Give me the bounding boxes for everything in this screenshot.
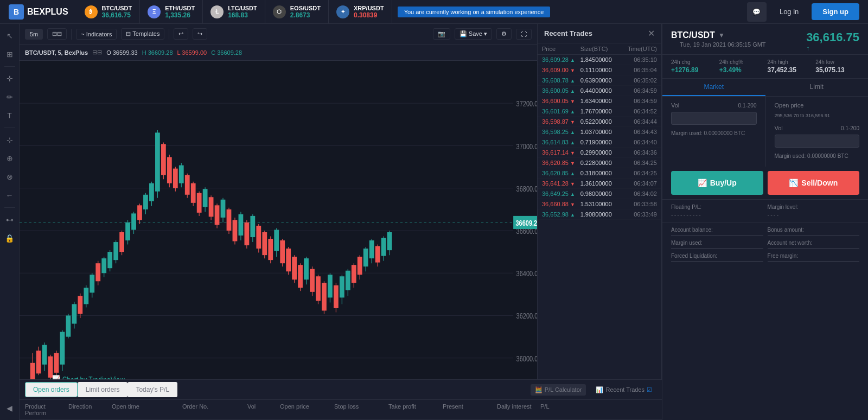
buy-button[interactable]: 📈 Buy/Up	[671, 171, 763, 195]
timeframe-5m-btn[interactable]: 5m	[25, 29, 43, 40]
limit-form: Open price 295,536.70 to 316,596.91 Vol …	[765, 97, 869, 167]
indicators-btn[interactable]: ~ Indicators	[76, 29, 117, 40]
trade-price: 36,620.85 ▼	[542, 160, 580, 166]
pair-dropdown-icon[interactable]: ▼	[718, 31, 725, 39]
settings-btn[interactable]: ⚙	[496, 28, 512, 40]
svg-text:36200.00: 36200.00	[516, 311, 537, 321]
svg-rect-133	[369, 240, 374, 258]
svg-rect-123	[340, 276, 344, 297]
tab-open-orders[interactable]: Open orders	[25, 382, 78, 397]
camera-btn[interactable]: 📷	[433, 28, 450, 40]
tab-market[interactable]: Market	[662, 79, 765, 96]
calculator-button[interactable]: 🧮 P/L Calculator	[531, 384, 586, 396]
open-price-label: Open price	[775, 102, 804, 109]
col-time: Time(UTC)	[618, 46, 657, 52]
stat-low: 24h low 35,075.13	[815, 59, 859, 74]
ticker-xrp[interactable]: ✦ XRP/USDT 0.30839	[329, 0, 392, 24]
ruler-tool[interactable]: ⊷	[2, 212, 17, 227]
btc-price: 36,616.75	[102, 11, 132, 19]
trades-table-header: Price Size(BTC) Time(UTC)	[538, 43, 661, 55]
action-buttons: 📈 Buy/Up 📉 Sell/Down	[662, 167, 868, 199]
signup-button[interactable]: Sign up	[812, 3, 859, 20]
col-price: Price	[542, 46, 580, 52]
zoom-tool[interactable]: ⊕	[2, 151, 17, 166]
limit-vol-input[interactable]	[775, 135, 860, 148]
fullscreen-btn[interactable]: ⛶	[516, 29, 532, 40]
collapse-btn[interactable]: ◀	[2, 400, 17, 416]
trade-time: 06:34:07	[618, 180, 657, 187]
svg-rect-25	[48, 357, 53, 378]
trade-time: 06:35:04	[618, 67, 657, 73]
margin-level-row: Margin level: ----	[768, 204, 860, 218]
svg-rect-127	[352, 265, 356, 283]
back-tool[interactable]: ←	[2, 188, 17, 203]
redo-btn[interactable]: ↪	[193, 28, 207, 40]
svg-rect-137	[381, 238, 386, 256]
margin-used-val	[671, 247, 763, 249]
open-price-row: Open price	[775, 102, 860, 109]
logo[interactable]: B BEXPLUS	[0, 4, 77, 20]
main-layout: ↖ ⊞ ✛ ✏ T ⊹ ⊕ ⊗ ← ⊷ 🔒 ◀ 5m ⊟⊟ ~ Indicato…	[0, 24, 868, 420]
trade-time: 06:34:43	[618, 129, 657, 135]
margin-level-val: ----	[768, 211, 860, 218]
pair-price: 36,616.75	[806, 30, 859, 44]
recent-trades-header: Recent Trades ✕	[538, 24, 661, 43]
recent-trades-panel: Recent Trades ✕ Price Size(BTC) Time(UTC…	[537, 24, 662, 420]
recent-trades-close[interactable]: ✕	[648, 28, 655, 39]
orders-column-header: Product	[25, 403, 68, 410]
trades-list: 36,609.28 ▲ 1.84500000 06:35:10 36,609.0…	[538, 55, 661, 420]
ticker-eth[interactable]: Ξ ETH/USDT 1,335.26	[140, 0, 203, 24]
buy-icon: 📈	[698, 179, 707, 187]
trade-time: 06:33:58	[618, 201, 657, 207]
trade-size: 0.31800000	[580, 170, 619, 176]
trade-price: 36,598.25 ▲	[542, 129, 580, 135]
orders-column-header: Daily interest	[497, 403, 540, 410]
crosshair-tool[interactable]: ✛	[2, 71, 17, 86]
trade-row: 36,620.85 ▼ 0.22800000 06:34:25	[538, 158, 661, 168]
bar-tool[interactable]: ⊞	[2, 47, 17, 62]
ticker-ltc[interactable]: Ł LTC/USDT 168.83	[203, 0, 265, 24]
vol-input[interactable]	[671, 112, 757, 125]
save-btn[interactable]: 💾 Save ▾	[455, 28, 492, 40]
eos-pair: EOS/USDT	[290, 5, 321, 11]
trade-time: 06:34:44	[618, 118, 657, 125]
orders-column-header: P/L	[540, 403, 595, 410]
svg-rect-85	[227, 209, 232, 231]
svg-rect-91	[244, 222, 249, 245]
recent-trades-toggle[interactable]: 📊 Recent Trades ☑	[591, 384, 656, 396]
margin-level-label: Margin level:	[768, 204, 860, 210]
ticker-btc[interactable]: ₿ BTC/USDT 36,616.75	[77, 0, 141, 24]
tab-limit[interactable]: Limit	[765, 79, 869, 96]
chart-svg: 37200.00 37000.00 36800.00 36600.00 3640…	[20, 61, 537, 404]
templates-btn[interactable]: ⊟ Templates	[121, 28, 164, 40]
svg-rect-69	[179, 166, 184, 183]
floating-pl-row: Floating P/L: ----------	[671, 204, 763, 218]
text-tool[interactable]: T	[2, 108, 17, 123]
ticker-eos[interactable]: ⬡ EOS/USDT 2.8673	[265, 0, 329, 24]
xrp-pair: XRP/USDT	[354, 5, 384, 11]
account-balance-val	[671, 234, 763, 236]
measure-tool[interactable]: ⊹	[2, 132, 17, 148]
trade-price: 36,598.87 ▼	[542, 118, 580, 125]
sell-button[interactable]: 📉 Sell/Down	[768, 171, 860, 195]
trade-row: 36,609.00 ▼ 0.11100000 06:35:04	[538, 65, 661, 75]
undo-btn[interactable]: ↩	[174, 28, 188, 40]
svg-text:37200.00: 37200.00	[516, 99, 537, 109]
pencil-tool[interactable]: ✏	[2, 90, 17, 105]
chart-canvas[interactable]: 37200.00 37000.00 36800.00 36600.00 3640…	[20, 61, 537, 404]
tab-limit-orders[interactable]: Limit orders	[78, 382, 128, 397]
svg-text:36609.28: 36609.28	[516, 218, 537, 227]
forced-liq-val	[671, 260, 763, 262]
login-button[interactable]: Log in	[771, 3, 807, 20]
trade-price: 36,600.05 ▲	[542, 87, 580, 94]
chart-type-btn[interactable]: ⊟⊟	[47, 28, 67, 40]
lock-tool[interactable]: 🔒	[2, 231, 17, 246]
ohlc-squares: ⊟⊟	[92, 49, 102, 56]
tab-today-pl[interactable]: Today's P/L	[127, 382, 177, 397]
layers-tool[interactable]: ⊗	[2, 169, 17, 184]
stat-high: 24h high 37,452.35	[768, 59, 812, 74]
orders-column-header: Open price	[280, 403, 334, 410]
trade-time: 06:34:25	[618, 170, 657, 176]
cursor-tool[interactable]: ↖	[2, 28, 17, 43]
chat-button[interactable]: 💬	[747, 2, 767, 22]
